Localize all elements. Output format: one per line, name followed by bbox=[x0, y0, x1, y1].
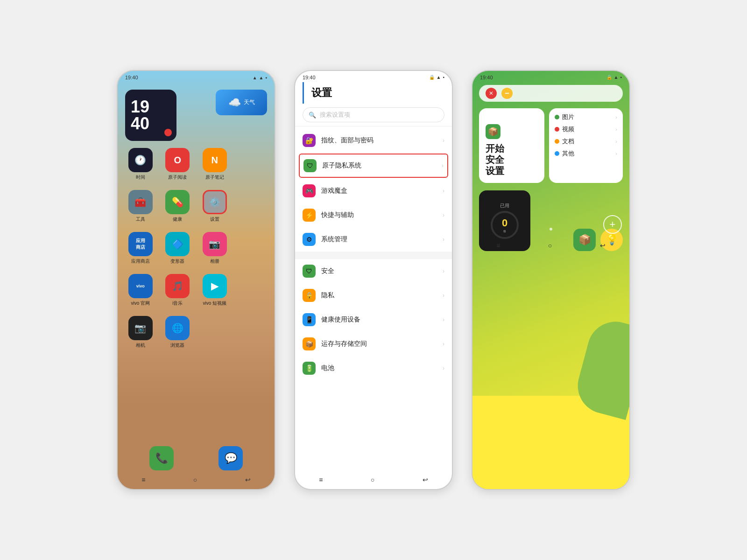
app-item-music[interactable]: 🎵 i音乐 bbox=[162, 274, 193, 307]
signal-icon: ▲ bbox=[259, 75, 264, 80]
battery-label: 电池 bbox=[321, 364, 443, 372]
app-icon-time: 🕐 bbox=[128, 148, 153, 172]
video-label: 视频 bbox=[562, 125, 574, 133]
app-item-tools[interactable]: 🧰 工具 bbox=[125, 190, 156, 223]
app-item-blank2 bbox=[237, 190, 268, 223]
security-widget[interactable]: 📦 开始安全设置 bbox=[479, 108, 544, 183]
dock-messages[interactable]: 💬 bbox=[218, 446, 243, 470]
system-label: 系统管理 bbox=[321, 235, 443, 244]
app-icon-blank1 bbox=[240, 148, 264, 172]
privacy-label: 隐私 bbox=[321, 291, 443, 300]
app-item-settings[interactable]: ⚙️ 设置 bbox=[199, 190, 230, 223]
close-button[interactable]: ✕ bbox=[486, 88, 497, 99]
status-bar-2: 19:40 🔒 ▲ ▪ bbox=[295, 71, 452, 82]
search-bar[interactable]: 🔍 搜索设置项 bbox=[303, 107, 444, 122]
arrow-icon-privacy2: › bbox=[443, 292, 444, 299]
arrow-icon-storage: › bbox=[443, 341, 444, 347]
app-item-blank4 bbox=[237, 274, 268, 307]
nav-home-1[interactable]: ○ bbox=[193, 476, 197, 483]
minimize-button[interactable]: − bbox=[501, 88, 513, 99]
status-bar-3: 19:40 🔒 ▲ ▪ bbox=[472, 71, 629, 82]
settings-item-privacy-system[interactable]: 🛡 原子隐私系统 › bbox=[299, 154, 448, 178]
nav-bar-3: ≡ ○ ↩ bbox=[472, 240, 629, 251]
storage-ring: 0 B bbox=[491, 211, 519, 239]
privacy-system-label: 原子隐私系统 bbox=[322, 161, 442, 170]
settings-item-privacy[interactable]: 🔒 隐私 › bbox=[295, 283, 452, 308]
system-icon: ⚙ bbox=[303, 233, 316, 246]
app-item-blank5 bbox=[199, 316, 230, 349]
dock-phone[interactable]: 📞 bbox=[149, 446, 174, 470]
security-icon: 🛡 bbox=[303, 265, 316, 278]
clock-time: 1940 bbox=[131, 98, 149, 132]
photos-arrow: › bbox=[615, 114, 617, 120]
app-item-reader[interactable]: O 原子阅读 bbox=[162, 148, 193, 181]
status-time-3: 19:40 bbox=[480, 75, 493, 80]
app-item-blank1 bbox=[237, 148, 268, 181]
media-row-video[interactable]: 视频 › bbox=[555, 125, 617, 133]
wifi-icon-3: ▲ bbox=[614, 75, 619, 80]
settings-item-health-device[interactable]: 📱 健康使用设备 › bbox=[295, 308, 452, 332]
nav-menu-1[interactable]: ≡ bbox=[141, 476, 145, 483]
docs-label: 文档 bbox=[562, 137, 574, 146]
status-icons-3: 🔒 ▲ ▪ bbox=[606, 75, 622, 80]
settings-item-battery[interactable]: 🔋 电池 › bbox=[295, 356, 452, 380]
app-icon-appstore: 应用商店 bbox=[128, 232, 153, 256]
app-label-gallery: 相册 bbox=[210, 258, 219, 265]
app-label-health: 健康 bbox=[173, 216, 182, 223]
app-item-blank6 bbox=[237, 316, 268, 349]
media-row-other[interactable]: 其他 › bbox=[555, 149, 617, 158]
app-item-vivo[interactable]: vivo vivo 官网 bbox=[125, 274, 156, 307]
app-item-video[interactable]: ▶ vivo 短视频 bbox=[199, 274, 230, 307]
video-dot bbox=[555, 127, 559, 132]
nav-back-1[interactable]: ↩ bbox=[245, 476, 251, 483]
other-label: 其他 bbox=[562, 149, 574, 158]
app-label-time: 时间 bbox=[136, 174, 145, 181]
storage-icon: 📦 bbox=[303, 337, 316, 350]
app-item-appstore[interactable]: 应用商店 应用商店 bbox=[125, 232, 156, 265]
settings-item-system[interactable]: ⚙ 系统管理 › bbox=[295, 227, 452, 252]
arrow-icon-shortcut: › bbox=[443, 212, 444, 218]
nav-home-3[interactable]: ○ bbox=[548, 242, 552, 249]
app-label-transform: 变形器 bbox=[170, 258, 184, 265]
status-icons-1: ▲ ▲ ▪ bbox=[253, 75, 267, 80]
nav-back-3[interactable]: ↩ bbox=[600, 242, 606, 249]
weather-cloud-icon: ☁️ bbox=[228, 97, 241, 109]
shortcut-label: 快捷与辅助 bbox=[321, 211, 443, 219]
settings-item-shortcut[interactable]: ⚡ 快捷与辅助 › bbox=[295, 203, 452, 227]
media-row-photos[interactable]: 图片 › bbox=[555, 113, 617, 121]
arrow-icon-security: › bbox=[443, 268, 444, 274]
arrow-icon-game: › bbox=[443, 188, 444, 194]
app-item-notes[interactable]: N 原子笔记 bbox=[199, 148, 230, 181]
shortcut-icon: ⚡ bbox=[303, 209, 316, 222]
nav-back-2[interactable]: ↩ bbox=[423, 476, 428, 483]
settings-item-security[interactable]: 🛡 安全 › bbox=[295, 259, 452, 283]
app-icon-music: 🎵 bbox=[165, 274, 190, 298]
app-label-settings: 设置 bbox=[210, 216, 219, 223]
settings-item-gamebox[interactable]: 🎮 游戏魔盒 › bbox=[295, 179, 452, 203]
settings-item-storage[interactable]: 📦 运存与存储空间 › bbox=[295, 332, 452, 356]
lock-icon-3: 🔒 bbox=[606, 75, 612, 80]
nav-home-2[interactable]: ○ bbox=[371, 476, 374, 483]
app-item-transform[interactable]: 🔷 变形器 bbox=[162, 232, 193, 265]
add-button[interactable]: + bbox=[603, 215, 622, 234]
dock: 📞 💬 bbox=[127, 446, 265, 470]
status-time-1: 19:40 bbox=[125, 75, 138, 80]
weather-widget[interactable]: ☁️ 天气 bbox=[216, 90, 267, 115]
nav-menu-2[interactable]: ≡ bbox=[319, 476, 323, 483]
app-item-health[interactable]: 💊 健康 bbox=[162, 190, 193, 223]
nav-menu-3[interactable]: ≡ bbox=[496, 242, 500, 249]
app-item-browser[interactable]: 🌐 浏览器 bbox=[162, 316, 193, 349]
photos-label: 图片 bbox=[562, 113, 574, 121]
settings-item-fingerprint[interactable]: 🔐 指纹、面部与密码 › bbox=[295, 128, 452, 153]
wifi-icon: ▲ bbox=[253, 75, 257, 80]
app-item-time[interactable]: 🕐 时间 bbox=[125, 148, 156, 181]
app-item-camera[interactable]: 📷 相机 bbox=[125, 316, 156, 349]
media-widget[interactable]: 图片 › 视频 › 文档 › bbox=[549, 108, 623, 183]
status-icons-2: 🔒 ▲ ▪ bbox=[429, 75, 444, 80]
app-item-gallery[interactable]: 📷 相册 bbox=[199, 232, 230, 265]
phone-widget: 19:40 🔒 ▲ ▪ ✕ − 📦 开始安全设置 bbox=[472, 70, 630, 490]
privacy-system-icon: 🛡 bbox=[303, 159, 317, 172]
media-row-docs[interactable]: 文档 › bbox=[555, 137, 617, 146]
app-label-video: vivo 短视频 bbox=[203, 300, 226, 307]
other-arrow: › bbox=[615, 151, 617, 156]
